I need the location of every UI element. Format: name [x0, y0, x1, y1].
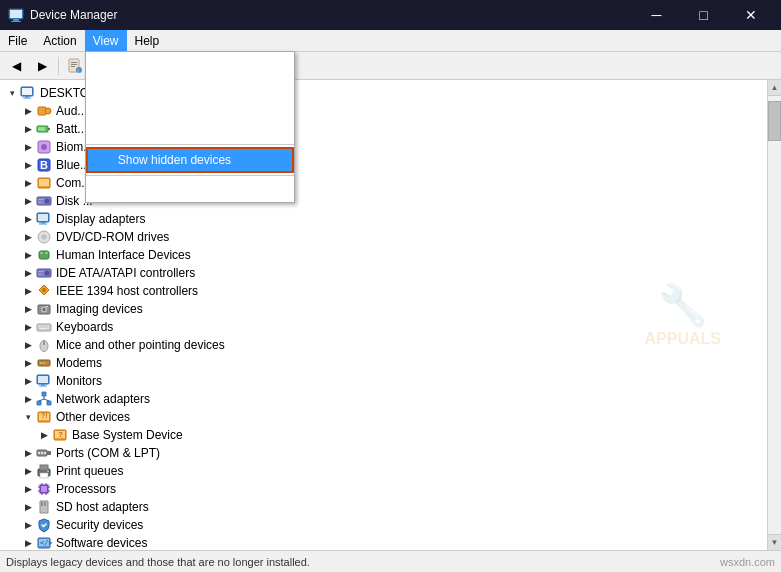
menu-bar: File Action View ✓ Devices by type Devic…	[0, 30, 781, 52]
tree-item-display-adapters[interactable]: ▶ Display adapters	[0, 210, 767, 228]
tree-item-imaging[interactable]: ▶ Imaging devices	[0, 300, 767, 318]
expand-icon: ▶	[20, 355, 36, 371]
tree-item-network[interactable]: ▶ Network adapters	[0, 390, 767, 408]
menu-action[interactable]: Action	[35, 30, 84, 51]
menu-item-label: Resources by type	[116, 102, 215, 116]
tree-item-label: Ports (COM & LPT)	[56, 446, 160, 460]
tree-item-modems[interactable]: ▶ Modems	[0, 354, 767, 372]
status-message: Displays legacy devices and those that a…	[6, 556, 310, 568]
modem-icon	[36, 355, 52, 371]
expand-icon: ▶	[20, 535, 36, 550]
close-button[interactable]: ✕	[728, 0, 773, 30]
status-brand: wsxdn.com	[720, 556, 775, 568]
menu-item-customize[interactable]: Customize...	[86, 178, 294, 200]
base-device-icon: ?	[52, 427, 68, 443]
svg-rect-31	[41, 222, 45, 224]
expand-icon: ▶	[20, 463, 36, 479]
maximize-button[interactable]: □	[681, 0, 726, 30]
biometric-icon	[36, 139, 52, 155]
tree-item-other-devices[interactable]: ▾ ?! Other devices	[0, 408, 767, 426]
tree-item-label: Other devices	[56, 410, 130, 424]
tree-item-label: Security devices	[56, 518, 143, 532]
sd-icon	[36, 499, 52, 515]
scroll-thumb[interactable]	[768, 101, 781, 141]
scroll-up-button[interactable]: ▲	[768, 80, 781, 96]
menu-item-devices-by-type[interactable]: ✓ Devices by type	[86, 54, 294, 76]
svg-point-85	[47, 470, 49, 472]
expand-icon: ▶	[20, 211, 36, 227]
expand-icon: ▶	[20, 121, 36, 137]
svg-rect-7	[71, 66, 75, 67]
tree-item-monitors[interactable]: ▶ Monitors	[0, 372, 767, 390]
menu-item-resources-by-connection[interactable]: Resources by connection	[86, 120, 294, 142]
svg-rect-5	[71, 62, 77, 63]
tree-item-mice[interactable]: ▶ Mice and other pointing devices	[0, 336, 767, 354]
svg-text:?!: ?!	[41, 412, 48, 419]
menu-item-label: Show hidden devices	[118, 153, 231, 167]
svg-line-70	[44, 399, 49, 401]
tree-item-ide[interactable]: ▶ IDE ATA/ATAPI controllers	[0, 264, 767, 282]
svg-rect-49	[38, 325, 40, 327]
imaging-icon	[36, 301, 52, 317]
forward-button[interactable]: ▶	[30, 55, 54, 77]
tree-item-label: IDE ATA/ATAPI controllers	[56, 266, 195, 280]
svg-rect-6	[71, 64, 77, 65]
tree-item-label: Network adapters	[56, 392, 150, 406]
tree-item-print-queues[interactable]: ▶ Print queues	[0, 462, 767, 480]
tree-item-label: SD host adapters	[56, 500, 149, 514]
svg-point-46	[43, 308, 46, 311]
menu-view[interactable]: View ✓ Devices by type Devices by connec…	[85, 30, 127, 51]
svg-rect-67	[47, 401, 51, 405]
tree-item-label: Batt...	[56, 122, 87, 136]
expand-icon: ▶	[20, 301, 36, 317]
ieee-icon	[36, 283, 52, 299]
menu-item-show-hidden[interactable]: Show hidden devices	[86, 147, 294, 173]
expand-icon: ▶	[20, 481, 36, 497]
scrollbar[interactable]: ▲ ▼	[767, 80, 781, 550]
expand-icon: ▶	[20, 283, 36, 299]
view-dropdown-menu: ✓ Devices by type Devices by connection …	[85, 51, 295, 203]
tree-item-keyboards[interactable]: ▶ Keyboards	[0, 318, 767, 336]
expand-icon: ▶	[20, 391, 36, 407]
tree-item-software-devices[interactable]: ▶ </> Software devices	[0, 534, 767, 550]
expand-icon: ▶	[20, 337, 36, 353]
svg-rect-18	[38, 127, 45, 131]
menu-item-devices-by-connection[interactable]: Devices by connection	[86, 76, 294, 98]
svg-point-15	[45, 108, 51, 114]
scroll-down-button[interactable]: ▼	[768, 534, 781, 550]
menu-help[interactable]: Help	[127, 30, 168, 51]
keyboard-icon	[36, 319, 52, 335]
properties-button[interactable]: i	[63, 55, 87, 77]
expand-icon: ▶	[20, 499, 36, 515]
tree-item-label: Base System Device	[72, 428, 183, 442]
menu-file[interactable]: File	[0, 30, 35, 51]
battery-icon	[36, 121, 52, 137]
svg-rect-52	[47, 325, 49, 327]
svg-text:i: i	[78, 67, 79, 73]
back-button[interactable]: ◀	[4, 55, 28, 77]
tree-item-security[interactable]: ▶ Security devices	[0, 516, 767, 534]
minimize-button[interactable]: ─	[634, 0, 679, 30]
tree-item-label: Processors	[56, 482, 116, 496]
svg-rect-30	[38, 214, 48, 221]
expand-icon: ▾	[20, 409, 36, 425]
svg-point-81	[44, 452, 46, 454]
software-icon: </>	[36, 535, 52, 550]
svg-rect-11	[22, 88, 32, 95]
title-bar: Device Manager ─ □ ✕	[0, 0, 781, 30]
tree-item-label: Display adapters	[56, 212, 145, 226]
tree-item-dvdcdrom[interactable]: ▶ DVD/CD-ROM drives	[0, 228, 767, 246]
tree-item-ports[interactable]: ▶ Ports (COM & LPT)	[0, 444, 767, 462]
tree-item-hid[interactable]: ▶ Human Interface Devices	[0, 246, 767, 264]
menu-item-resources-by-type[interactable]: Resources by type	[86, 98, 294, 120]
display-icon	[36, 211, 52, 227]
menu-item-label: Resources by connection	[116, 124, 251, 138]
expand-icon: ▶	[20, 445, 36, 461]
svg-text:B: B	[40, 159, 48, 171]
tree-item-base-system-device[interactable]: ▶ ? Base System Device	[0, 426, 767, 444]
expand-icon: ▶	[20, 517, 36, 533]
svg-rect-3	[10, 10, 22, 18]
tree-item-processors[interactable]: ▶ Processors	[0, 480, 767, 498]
tree-item-ieee1394[interactable]: ▶ IEEE 1394 host controllers	[0, 282, 767, 300]
tree-item-sd-host[interactable]: ▶ SD host adapters	[0, 498, 767, 516]
